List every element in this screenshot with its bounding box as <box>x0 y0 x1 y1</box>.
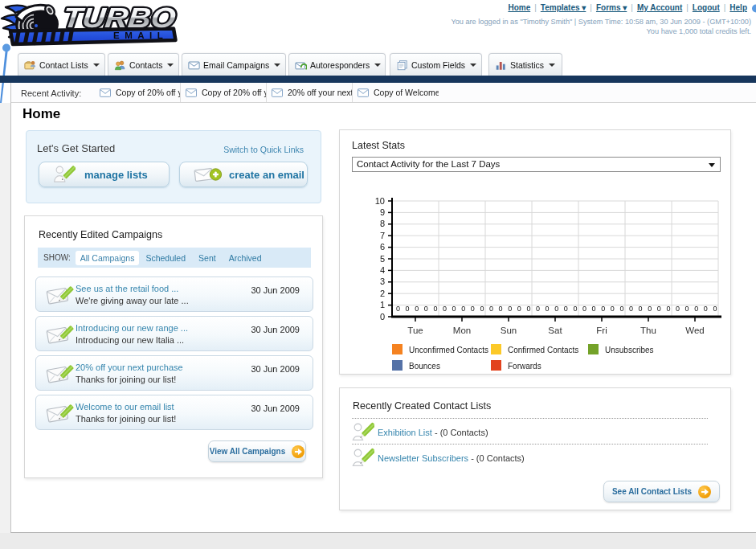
svg-text:0: 0 <box>611 305 615 313</box>
svg-text:0: 0 <box>657 305 661 313</box>
svg-text:0: 0 <box>406 305 410 313</box>
svg-text:Sat: Sat <box>548 326 562 335</box>
svg-text:0: 0 <box>676 305 680 313</box>
svg-text:0: 0 <box>629 305 633 313</box>
svg-text:2: 2 <box>380 289 385 298</box>
svg-text:0: 0 <box>685 305 689 313</box>
svg-text:0: 0 <box>601 305 605 313</box>
svg-text:0: 0 <box>619 305 623 313</box>
svg-text:0: 0 <box>639 305 643 313</box>
svg-text:0: 0 <box>704 305 708 313</box>
svg-text:9: 9 <box>380 207 385 217</box>
svg-text:0: 0 <box>380 312 385 322</box>
svg-text:8: 8 <box>380 219 385 228</box>
svg-text:0: 0 <box>713 305 717 313</box>
svg-text:0: 0 <box>536 305 540 313</box>
svg-text:4: 4 <box>380 265 385 275</box>
svg-text:Mon: Mon <box>453 326 471 335</box>
svg-text:1: 1 <box>380 300 385 309</box>
svg-text:0: 0 <box>499 305 503 313</box>
svg-text:0: 0 <box>564 305 568 313</box>
svg-text:TURBO: TURBO <box>62 2 178 34</box>
svg-text:Sun: Sun <box>501 326 517 335</box>
svg-text:Thu: Thu <box>640 326 656 335</box>
svg-text:0: 0 <box>666 305 670 313</box>
svg-text:0: 0 <box>415 305 419 313</box>
svg-text:0: 0 <box>508 305 512 313</box>
svg-text:0: 0 <box>546 305 550 313</box>
svg-text:0: 0 <box>517 305 521 313</box>
svg-text:5: 5 <box>380 254 385 264</box>
svg-text:Fri: Fri <box>596 326 607 335</box>
svg-text:0: 0 <box>471 305 475 313</box>
svg-text:Wed: Wed <box>685 326 704 335</box>
svg-text:Tue: Tue <box>407 326 423 335</box>
svg-text:0: 0 <box>526 305 530 313</box>
svg-text:0: 0 <box>648 305 652 313</box>
svg-text:0: 0 <box>480 305 484 313</box>
svg-text:0: 0 <box>592 305 596 313</box>
svg-text:0: 0 <box>461 305 465 313</box>
svg-text:0: 0 <box>489 305 493 313</box>
svg-text:0: 0 <box>452 305 456 313</box>
svg-text:0: 0 <box>396 305 400 313</box>
svg-text:3: 3 <box>380 277 385 286</box>
svg-text:0: 0 <box>433 305 437 313</box>
svg-text:10: 10 <box>375 196 385 206</box>
svg-text:0: 0 <box>573 305 577 313</box>
svg-text:0: 0 <box>424 305 428 313</box>
svg-text:0: 0 <box>694 305 698 313</box>
svg-text:7: 7 <box>380 231 385 240</box>
svg-text:0: 0 <box>582 305 586 313</box>
svg-text:0: 0 <box>443 305 447 313</box>
svg-text:0: 0 <box>554 305 558 313</box>
svg-text:6: 6 <box>380 242 385 252</box>
